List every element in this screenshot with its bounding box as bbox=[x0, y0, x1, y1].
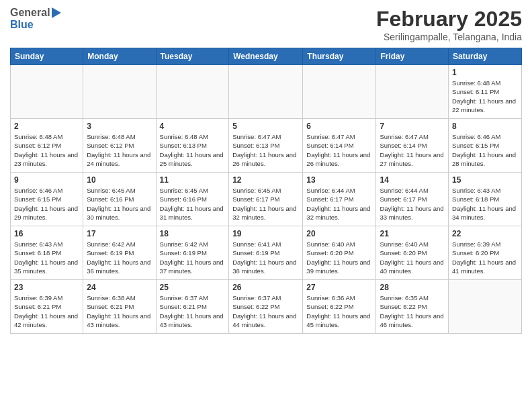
day-number: 12 bbox=[232, 175, 299, 185]
calendar-cell: 20Sunrise: 6:40 AM Sunset: 6:20 PM Dayli… bbox=[303, 226, 376, 280]
calendar-cell: 27Sunrise: 6:36 AM Sunset: 6:22 PM Dayli… bbox=[303, 280, 376, 334]
day-info: Sunrise: 6:39 AM Sunset: 6:21 PM Dayligh… bbox=[14, 293, 79, 329]
day-number: 27 bbox=[306, 283, 372, 292]
calendar-cell: 13Sunrise: 6:44 AM Sunset: 6:17 PM Dayli… bbox=[303, 173, 376, 226]
logo: General Blue bbox=[10, 7, 61, 31]
calendar-cell: 17Sunrise: 6:42 AM Sunset: 6:19 PM Dayli… bbox=[83, 226, 156, 280]
day-number: 18 bbox=[160, 229, 226, 238]
day-number: 26 bbox=[232, 283, 299, 292]
col-wednesday: Wednesday bbox=[229, 48, 303, 65]
calendar-cell bbox=[11, 65, 83, 119]
day-info: Sunrise: 6:48 AM Sunset: 6:13 PM Dayligh… bbox=[160, 132, 226, 168]
day-info: Sunrise: 6:47 AM Sunset: 6:14 PM Dayligh… bbox=[306, 132, 372, 168]
day-info: Sunrise: 6:40 AM Sunset: 6:20 PM Dayligh… bbox=[306, 240, 372, 275]
page-container: General Blue February 2025 Serilingampal… bbox=[0, 0, 532, 340]
day-number: 5 bbox=[232, 122, 299, 131]
logo-general: General bbox=[10, 7, 50, 19]
day-number: 23 bbox=[14, 283, 79, 292]
calendar-cell: 9Sunrise: 6:46 AM Sunset: 6:15 PM Daylig… bbox=[11, 173, 83, 226]
day-number: 7 bbox=[380, 122, 445, 131]
col-thursday: Thursday bbox=[303, 48, 376, 65]
calendar-cell: 10Sunrise: 6:45 AM Sunset: 6:16 PM Dayli… bbox=[83, 173, 156, 226]
col-friday: Friday bbox=[376, 48, 449, 65]
calendar-cell: 12Sunrise: 6:45 AM Sunset: 6:17 PM Dayli… bbox=[229, 173, 303, 226]
day-number: 25 bbox=[160, 283, 226, 292]
day-info: Sunrise: 6:44 AM Sunset: 6:17 PM Dayligh… bbox=[380, 186, 445, 222]
calendar-cell bbox=[303, 65, 376, 119]
col-tuesday: Tuesday bbox=[156, 48, 229, 65]
calendar-cell: 7Sunrise: 6:47 AM Sunset: 6:14 PM Daylig… bbox=[376, 119, 449, 173]
logo-arrow-icon bbox=[52, 7, 61, 18]
day-info: Sunrise: 6:46 AM Sunset: 6:15 PM Dayligh… bbox=[14, 186, 79, 222]
col-monday: Monday bbox=[83, 48, 156, 65]
calendar-week-row: 23Sunrise: 6:39 AM Sunset: 6:21 PM Dayli… bbox=[11, 280, 522, 334]
calendar-cell bbox=[376, 65, 449, 119]
logo-block: General Blue bbox=[10, 7, 61, 31]
month-title: February 2025 bbox=[376, 7, 522, 32]
day-info: Sunrise: 6:41 AM Sunset: 6:19 PM Dayligh… bbox=[232, 240, 299, 275]
title-section: February 2025 Serilingampalle, Telangana… bbox=[376, 7, 522, 42]
calendar-cell: 23Sunrise: 6:39 AM Sunset: 6:21 PM Dayli… bbox=[11, 280, 83, 334]
calendar-week-row: 1Sunrise: 6:48 AM Sunset: 6:11 PM Daylig… bbox=[11, 65, 522, 119]
day-info: Sunrise: 6:47 AM Sunset: 6:13 PM Dayligh… bbox=[232, 132, 299, 168]
day-number: 28 bbox=[380, 283, 445, 292]
calendar-cell bbox=[83, 65, 156, 119]
day-info: Sunrise: 6:35 AM Sunset: 6:22 PM Dayligh… bbox=[380, 293, 445, 329]
calendar-cell: 14Sunrise: 6:44 AM Sunset: 6:17 PM Dayli… bbox=[376, 173, 449, 226]
day-info: Sunrise: 6:46 AM Sunset: 6:15 PM Dayligh… bbox=[452, 132, 518, 168]
day-info: Sunrise: 6:45 AM Sunset: 6:16 PM Dayligh… bbox=[160, 186, 226, 222]
calendar-cell: 5Sunrise: 6:47 AM Sunset: 6:13 PM Daylig… bbox=[229, 119, 303, 173]
calendar-table: Sunday Monday Tuesday Wednesday Thursday… bbox=[10, 48, 522, 334]
col-sunday: Sunday bbox=[11, 48, 83, 65]
day-info: Sunrise: 6:40 AM Sunset: 6:20 PM Dayligh… bbox=[380, 240, 445, 275]
day-info: Sunrise: 6:44 AM Sunset: 6:17 PM Dayligh… bbox=[306, 186, 372, 222]
calendar-cell bbox=[449, 280, 522, 334]
calendar-cell: 25Sunrise: 6:37 AM Sunset: 6:21 PM Dayli… bbox=[156, 280, 229, 334]
day-info: Sunrise: 6:48 AM Sunset: 6:11 PM Dayligh… bbox=[452, 79, 518, 114]
day-info: Sunrise: 6:48 AM Sunset: 6:12 PM Dayligh… bbox=[87, 132, 152, 168]
day-number: 19 bbox=[232, 229, 299, 238]
day-number: 13 bbox=[306, 175, 372, 185]
day-number: 20 bbox=[306, 229, 372, 238]
calendar-cell: 6Sunrise: 6:47 AM Sunset: 6:14 PM Daylig… bbox=[303, 119, 376, 173]
day-info: Sunrise: 6:43 AM Sunset: 6:18 PM Dayligh… bbox=[452, 186, 518, 222]
calendar-header: Sunday Monday Tuesday Wednesday Thursday… bbox=[11, 48, 522, 65]
day-info: Sunrise: 6:48 AM Sunset: 6:12 PM Dayligh… bbox=[14, 132, 79, 168]
day-number: 9 bbox=[14, 175, 79, 185]
location-subtitle: Serilingampalle, Telangana, India bbox=[376, 32, 522, 42]
day-info: Sunrise: 6:39 AM Sunset: 6:20 PM Dayligh… bbox=[452, 240, 518, 275]
calendar-week-row: 16Sunrise: 6:43 AM Sunset: 6:18 PM Dayli… bbox=[11, 226, 522, 280]
day-info: Sunrise: 6:45 AM Sunset: 6:16 PM Dayligh… bbox=[87, 186, 152, 222]
day-info: Sunrise: 6:36 AM Sunset: 6:22 PM Dayligh… bbox=[306, 293, 372, 329]
day-number: 10 bbox=[87, 175, 152, 185]
calendar-cell: 16Sunrise: 6:43 AM Sunset: 6:18 PM Dayli… bbox=[11, 226, 83, 280]
calendar-week-row: 9Sunrise: 6:46 AM Sunset: 6:15 PM Daylig… bbox=[11, 173, 522, 226]
day-number: 24 bbox=[87, 283, 152, 292]
day-info: Sunrise: 6:43 AM Sunset: 6:18 PM Dayligh… bbox=[14, 240, 79, 275]
day-number: 15 bbox=[452, 175, 518, 185]
day-number: 3 bbox=[87, 122, 152, 131]
day-number: 2 bbox=[14, 122, 79, 131]
day-info: Sunrise: 6:47 AM Sunset: 6:14 PM Dayligh… bbox=[380, 132, 445, 168]
day-info: Sunrise: 6:45 AM Sunset: 6:17 PM Dayligh… bbox=[232, 186, 299, 222]
calendar-cell bbox=[229, 65, 303, 119]
calendar-cell: 8Sunrise: 6:46 AM Sunset: 6:15 PM Daylig… bbox=[449, 119, 522, 173]
calendar-cell: 28Sunrise: 6:35 AM Sunset: 6:22 PM Dayli… bbox=[376, 280, 449, 334]
calendar-body: 1Sunrise: 6:48 AM Sunset: 6:11 PM Daylig… bbox=[11, 65, 522, 334]
day-number: 11 bbox=[160, 175, 226, 185]
col-saturday: Saturday bbox=[449, 48, 522, 65]
calendar-cell: 4Sunrise: 6:48 AM Sunset: 6:13 PM Daylig… bbox=[156, 119, 229, 173]
calendar-cell: 11Sunrise: 6:45 AM Sunset: 6:16 PM Dayli… bbox=[156, 173, 229, 226]
calendar-cell: 15Sunrise: 6:43 AM Sunset: 6:18 PM Dayli… bbox=[449, 173, 522, 226]
day-number: 21 bbox=[380, 229, 445, 238]
day-number: 1 bbox=[452, 68, 518, 77]
calendar-cell bbox=[156, 65, 229, 119]
day-number: 22 bbox=[452, 229, 518, 238]
calendar-cell: 3Sunrise: 6:48 AM Sunset: 6:12 PM Daylig… bbox=[83, 119, 156, 173]
calendar-cell: 24Sunrise: 6:38 AM Sunset: 6:21 PM Dayli… bbox=[83, 280, 156, 334]
day-info: Sunrise: 6:42 AM Sunset: 6:19 PM Dayligh… bbox=[160, 240, 226, 275]
calendar-week-row: 2Sunrise: 6:48 AM Sunset: 6:12 PM Daylig… bbox=[11, 119, 522, 173]
calendar-cell: 21Sunrise: 6:40 AM Sunset: 6:20 PM Dayli… bbox=[376, 226, 449, 280]
day-number: 16 bbox=[14, 229, 79, 238]
day-info: Sunrise: 6:42 AM Sunset: 6:19 PM Dayligh… bbox=[87, 240, 152, 275]
